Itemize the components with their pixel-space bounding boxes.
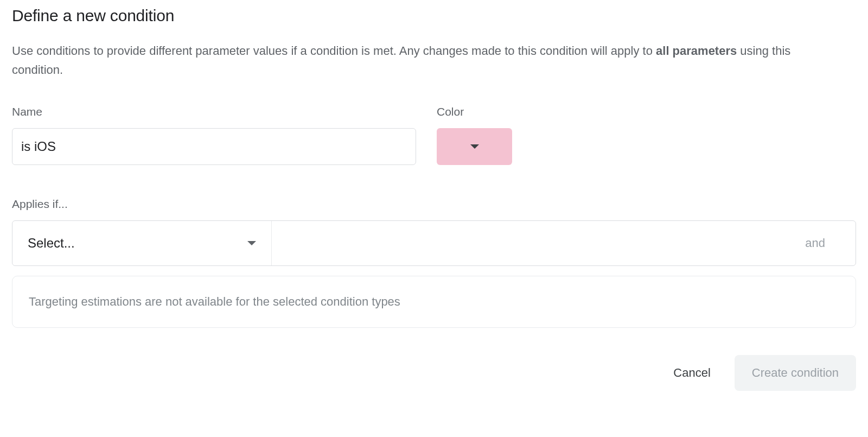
caret-down-icon — [247, 241, 256, 245]
dialog-title: Define a new condition — [12, 7, 856, 25]
color-label: Color — [437, 105, 512, 118]
name-input[interactable] — [12, 128, 416, 165]
dialog-description: Use conditions to provide different para… — [12, 41, 837, 79]
caret-down-icon — [470, 144, 479, 149]
name-field-group: Name — [12, 105, 416, 165]
name-label: Name — [12, 105, 416, 118]
targeting-info-box: Targeting estimations are not available … — [12, 276, 856, 328]
name-color-row: Name Color — [12, 105, 856, 165]
and-operator[interactable]: and — [775, 221, 856, 265]
color-picker[interactable] — [437, 128, 512, 165]
description-text-pre: Use conditions to provide different para… — [12, 44, 656, 58]
condition-type-select[interactable]: Select... — [12, 221, 272, 265]
condition-row: Select... and — [12, 220, 856, 266]
condition-value-area — [272, 221, 775, 265]
description-bold: all parameters — [656, 44, 737, 58]
color-field-group: Color — [437, 105, 512, 165]
applies-if-label: Applies if... — [12, 198, 856, 211]
footer-actions: Cancel Create condition — [12, 355, 856, 391]
cancel-button[interactable]: Cancel — [669, 357, 714, 389]
create-condition-button: Create condition — [735, 355, 856, 391]
select-placeholder: Select... — [28, 236, 75, 251]
